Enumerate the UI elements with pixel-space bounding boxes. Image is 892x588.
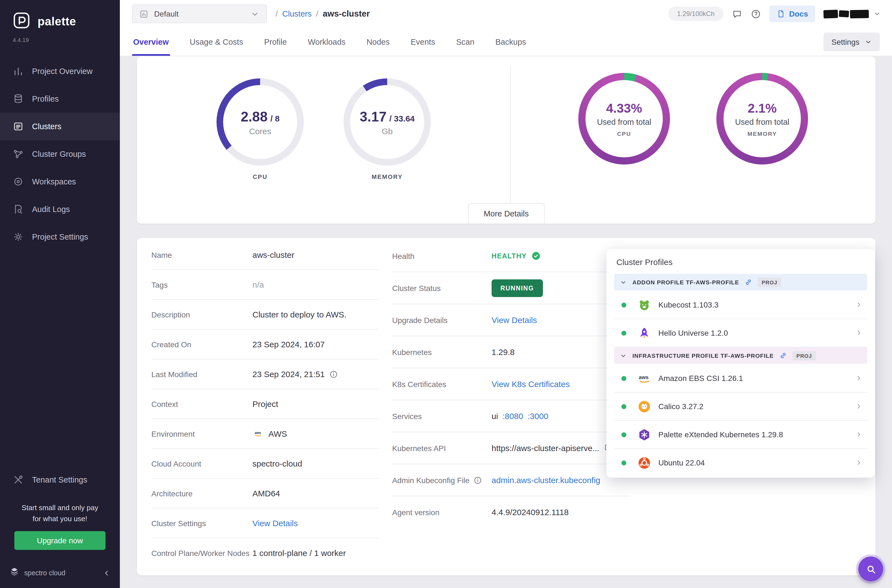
more-details-button[interactable]: More Details xyxy=(468,203,545,224)
detail-label: Kubernetes xyxy=(392,348,491,356)
upgrade-now-button[interactable]: Upgrade now xyxy=(14,531,105,550)
cpu-used-value: 2.88 xyxy=(241,108,267,124)
profile-item-ubuntu[interactable]: Ubuntu 22.04 xyxy=(614,449,867,477)
breadcrumb: / Clusters / aws-cluster xyxy=(276,9,370,19)
detail-row-description: Description Cluster to deploy to AWS. xyxy=(151,300,379,330)
detail-row-services: Services ui :8080 :3000 xyxy=(392,400,630,432)
kubeconfig-download-link[interactable]: admin.aws-cluster.kubeconfig xyxy=(491,476,601,485)
tab-usage-costs[interactable]: Usage & Costs xyxy=(189,28,244,56)
sidebar-item-label: Audit Logs xyxy=(32,205,70,214)
breadcrumb-clusters-link[interactable]: Clusters xyxy=(282,9,311,18)
tab-nodes[interactable]: Nodes xyxy=(365,28,391,56)
detail-row-admin-kubeconfig: Admin Kubeconfig File admin.aws-cluster.… xyxy=(392,464,630,496)
help-icon[interactable] xyxy=(751,9,761,19)
service-port-3000-link[interactable]: :3000 xyxy=(527,411,548,421)
usage-gauges: 2.88 / 8 Cores CPU xyxy=(137,56,511,224)
user-menu[interactable] xyxy=(823,10,881,18)
detail-label: Context xyxy=(151,399,252,408)
detail-label: Agent version xyxy=(392,508,491,516)
cpu-donut-caption: CPU xyxy=(617,130,631,136)
memory-percent-value: 2.1% xyxy=(748,101,777,116)
network-icon xyxy=(13,148,24,159)
service-name: ui xyxy=(491,411,498,421)
sidebar-item-cluster-groups[interactable]: Cluster Groups xyxy=(0,140,120,168)
cluster-tab-bar: Overview Usage & Costs Profile Workloads… xyxy=(120,28,892,56)
sidebar-item-tenant-settings[interactable]: Tenant Settings xyxy=(0,466,120,494)
profile-item-calico[interactable]: Calico 3.27.2 xyxy=(614,393,867,421)
tab-profile[interactable]: Profile xyxy=(263,28,288,56)
link-icon[interactable] xyxy=(745,278,752,286)
status-badge[interactable]: RUNNING xyxy=(491,279,543,297)
detail-value: spectro-cloud xyxy=(252,459,302,468)
view-k8s-certificates-link[interactable]: View K8s Certificates xyxy=(491,379,570,388)
cpu-percent-value: 4.33% xyxy=(606,101,642,116)
details-left-column: Name aws-cluster Tags n/a Description Cl… xyxy=(151,240,379,568)
detail-label: Health xyxy=(392,252,491,260)
profile-section-name: ADDON PROFILE TF-AWS-PROFILE xyxy=(632,279,739,285)
profile-item-palette-extended-kubernetes[interactable]: Palette eXtended Kubernetes 1.29.8 xyxy=(614,421,867,449)
search-fab-button[interactable] xyxy=(858,556,883,581)
detail-label: Upgrade Details xyxy=(392,315,491,324)
settings-button-label: Settings xyxy=(832,37,859,46)
app-version: 4.4.19 xyxy=(0,36,120,43)
upgrade-view-details-link[interactable]: View Details xyxy=(491,315,537,325)
detail-label: Cluster Settings xyxy=(151,519,252,528)
chat-icon[interactable] xyxy=(732,9,742,19)
sidebar-item-project-overview[interactable]: Project Overview xyxy=(0,57,120,85)
cluster-settings-view-details-link[interactable]: View Details xyxy=(252,518,298,528)
settings-button[interactable]: Settings xyxy=(824,32,880,51)
tab-events[interactable]: Events xyxy=(410,28,436,56)
docs-button[interactable]: Docs xyxy=(769,6,815,22)
detail-label: Tags xyxy=(151,280,252,289)
info-icon[interactable] xyxy=(473,476,482,484)
profile-item-kubecost[interactable]: Kubecost 1.103.3 xyxy=(614,291,867,319)
status-dot-icon xyxy=(622,404,626,409)
chevron-right-icon xyxy=(855,374,863,382)
project-selector[interactable]: Default xyxy=(132,4,267,23)
info-icon[interactable] xyxy=(329,370,338,378)
tab-workloads[interactable]: Workloads xyxy=(307,28,347,56)
usage-donuts: 4.33% Used from total CPU 2.1% Used from… xyxy=(511,56,875,224)
link-icon[interactable] xyxy=(779,352,787,359)
tab-overview[interactable]: Overview xyxy=(132,28,170,56)
profile-pack-name: Kubecost 1.103.3 xyxy=(658,300,719,309)
profile-item-amazon-ebs-csi[interactable]: aws Amazon EBS CSI 1.26.1 xyxy=(614,364,867,393)
chevron-right-icon xyxy=(855,459,863,466)
environment-value: AWS xyxy=(269,429,287,438)
sidebar-item-audit-logs[interactable]: Audit Logs xyxy=(0,195,120,223)
sidebar-item-label: Project Settings xyxy=(32,232,88,241)
detail-value: aws-cluster xyxy=(252,250,294,260)
detail-row-tags: Tags n/a xyxy=(151,270,379,300)
kubernetes-version: 1.29.8 xyxy=(491,347,515,357)
sidebar-item-project-settings[interactable]: Project Settings xyxy=(0,223,120,250)
addon-profile-section-header[interactable]: ADDON PROFILE TF-AWS-PROFILE PROJ xyxy=(614,274,867,290)
profile-item-hello-universe[interactable]: Hello Universe 1.2.0 xyxy=(614,319,867,347)
detail-row-nodes: Control Plane/Worker Nodes 1 control-pla… xyxy=(151,538,379,568)
infrastructure-profile-section-header[interactable]: INFRASTRUCTURE PROFILE TF-AWS-PROFILE PR… xyxy=(614,347,867,364)
profile-pack-name: Ubuntu 22.04 xyxy=(658,458,705,467)
tab-backups[interactable]: Backups xyxy=(494,28,527,56)
memory-donut-caption: MEMORY xyxy=(748,130,777,136)
chevron-right-icon xyxy=(855,329,863,337)
bar-chart-icon xyxy=(13,66,24,77)
service-port-8080-link[interactable]: :8080 xyxy=(502,411,523,421)
status-dot-icon xyxy=(622,460,626,465)
profile-section-name: INFRASTRUCTURE PROFILE TF-AWS-PROFILE xyxy=(632,352,774,359)
detail-label: Cloud Account xyxy=(151,459,252,468)
memory-total-value: / 33.64 xyxy=(389,114,415,123)
spectro-cloud-logo-icon xyxy=(9,567,20,579)
detail-label: Created On xyxy=(151,340,252,349)
sidebar-item-profiles[interactable]: Profiles xyxy=(0,85,120,112)
detail-row-cloud-account: Cloud Account spectro-cloud xyxy=(151,449,379,478)
sidebar-collapse-button[interactable] xyxy=(102,568,111,577)
sidebar-item-clusters[interactable]: Clusters xyxy=(0,112,120,140)
ubuntu-icon xyxy=(637,456,651,470)
upgrade-promo-text: Start small and only pay for what you us… xyxy=(7,502,113,524)
svg-text:aws: aws xyxy=(639,374,649,380)
cpu-percent-donut: 4.33% Used from total CPU xyxy=(578,73,670,224)
kubecost-icon xyxy=(637,298,651,312)
sidebar-item-workspaces[interactable]: Workspaces xyxy=(0,168,120,195)
tab-scan[interactable]: Scan xyxy=(455,28,476,56)
sidebar-item-label: Clusters xyxy=(32,122,61,131)
last-modified-value: 23 Sep 2024, 21:51 xyxy=(252,369,325,379)
